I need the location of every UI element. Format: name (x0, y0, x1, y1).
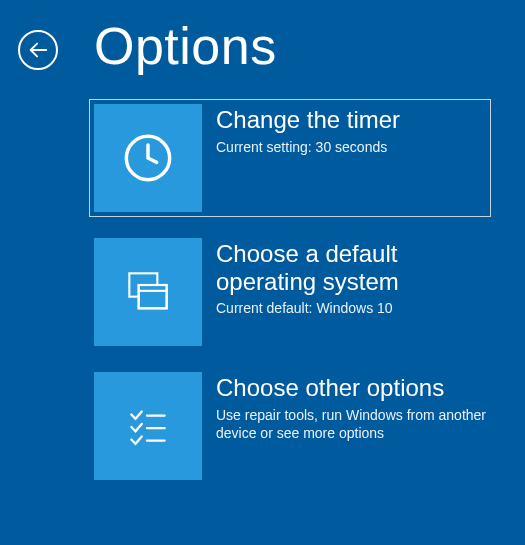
checklist-icon (94, 372, 202, 480)
tile-default-os[interactable]: Choose a default operating system Curren… (90, 234, 490, 350)
tile-title: Choose a default operating system (216, 240, 486, 295)
clock-icon (94, 104, 202, 212)
tile-text: Choose other options Use repair tools, r… (202, 372, 486, 480)
tile-text: Change the timer Current setting: 30 sec… (202, 104, 486, 212)
tile-title: Choose other options (216, 374, 486, 402)
tile-subtitle: Use repair tools, run Windows from anoth… (216, 406, 486, 444)
page-title: Options (94, 16, 277, 76)
tile-text: Choose a default operating system Curren… (202, 238, 486, 346)
tile-other-options[interactable]: Choose other options Use repair tools, r… (90, 368, 490, 484)
svg-rect-3 (139, 285, 167, 308)
tile-title: Change the timer (216, 106, 486, 134)
header: Options (0, 0, 525, 96)
back-button[interactable] (18, 30, 58, 70)
windows-icon (94, 238, 202, 346)
back-arrow-icon (27, 39, 49, 61)
tile-subtitle: Current default: Windows 10 (216, 299, 486, 318)
tile-change-timer[interactable]: Change the timer Current setting: 30 sec… (90, 100, 490, 216)
tile-subtitle: Current setting: 30 seconds (216, 138, 486, 157)
tiles-container: Change the timer Current setting: 30 sec… (0, 96, 525, 484)
